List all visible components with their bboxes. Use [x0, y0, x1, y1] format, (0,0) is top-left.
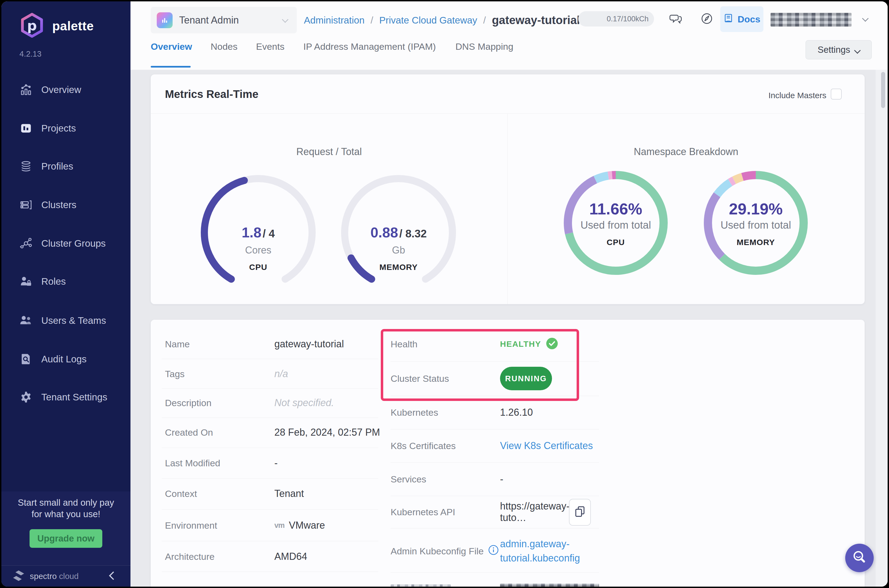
user-menu-chevron-icon[interactable] [863, 16, 868, 22]
detail-row-description: Description Not specified. [165, 391, 381, 415]
sidebar-item-cluster-groups[interactable]: Cluster Groups [2, 224, 131, 262]
include-masters-label: Include Masters [768, 91, 826, 100]
chat-icon[interactable] [669, 12, 683, 26]
memory-namespace-percent: 29.19% [704, 200, 808, 218]
vm-icon: vm [274, 521, 284, 530]
docs-button[interactable]: Docs [720, 6, 763, 32]
svg-text:p: p [27, 18, 37, 34]
memory-namespace-label: MEMORY [704, 238, 808, 247]
detail-row-clipped [390, 578, 599, 586]
memory-gauge-label: MEMORY [341, 262, 456, 272]
tab-ipam[interactable]: IP Address Management (IPAM) [303, 41, 436, 52]
memory-namespace-caption: Used from total [704, 219, 808, 231]
usage-quota-pill: 0.17/100kCh [578, 11, 654, 27]
check-circle-icon [546, 338, 558, 351]
tab-dns-mapping[interactable]: DNS Mapping [455, 41, 514, 52]
clipped-label-redacted [390, 585, 451, 586]
detail-row-name: Name gateway-tutorial [165, 332, 381, 356]
request-total-title: Request / Total [151, 146, 508, 158]
brand: p palette [19, 12, 94, 40]
detail-row-kubernetes-api: Kubernetes API https://gateway-tuto… [390, 500, 599, 524]
divider [390, 361, 599, 362]
breadcrumb-link-private-cloud-gateway[interactable]: Private Cloud Gateway [379, 15, 478, 26]
sidebar-item-tenant-settings[interactable]: Tenant Settings [2, 378, 131, 416]
clipped-value-redacted [500, 584, 599, 586]
upgrade-now-button[interactable]: Upgrade now [30, 529, 102, 548]
tab-events[interactable]: Events [256, 41, 284, 52]
gear-icon [19, 390, 33, 404]
sidebar-item-label: Clusters [41, 200, 76, 210]
app-window: p palette 4.2.13 Overview Pr [2, 2, 887, 586]
promo-text-line2: for what you use! [2, 509, 131, 519]
version-label: 4.2.13 [20, 50, 42, 58]
sidebar-item-clusters[interactable]: Clusters [2, 186, 131, 224]
detail-row-context: Context Tenant [165, 482, 381, 506]
divider [162, 448, 378, 448]
health-status-text: HEALTHY [500, 339, 541, 349]
sidebar-item-label: Overview [41, 84, 81, 95]
detail-row-admin-kubeconfig: Admin Kubeconfig File admin.gateway- tut… [390, 535, 599, 567]
search-fab-button[interactable] [845, 544, 874, 572]
sidebar-item-projects[interactable]: Projects [2, 109, 131, 147]
detail-row-environment: Environment vm VMware [165, 514, 381, 537]
divider [162, 359, 378, 359]
sidebar-item-label: Cluster Groups [41, 238, 105, 249]
clusters-icon [19, 198, 33, 212]
detail-row-last-modified: Last Modified - [165, 451, 381, 475]
network-icon [19, 236, 33, 250]
footer-brand-secondary: cloud [59, 572, 79, 580]
collapse-sidebar-icon[interactable] [110, 573, 116, 580]
sidebar-item-label: Roles [41, 276, 66, 287]
user-name-redacted[interactable] [770, 13, 851, 27]
breadcrumb-link-administration[interactable]: Administration [304, 15, 365, 26]
projects-icon [19, 121, 33, 135]
cpu-namespace-percent: 11.66% [564, 200, 668, 218]
admin-kubeconfig-link[interactable]: admin.gateway- tutorial.kubeconfig [500, 537, 580, 565]
sidebar-item-audit-logs[interactable]: Audit Logs [2, 340, 131, 378]
cpu-namespace-caption: Used from total [564, 219, 668, 231]
scrollbar-thumb[interactable] [881, 72, 885, 108]
settings-button[interactable]: Settings [806, 40, 872, 59]
settings-button-label: Settings [818, 45, 850, 55]
brand-name: palette [52, 19, 94, 33]
cpu-gauge-label: CPU [201, 262, 316, 272]
status-badge: RUNNING [500, 367, 552, 390]
breadcrumb-separator: / [483, 15, 486, 26]
footer-brand-primary: spectro [30, 572, 57, 580]
sidebar: p palette 4.2.13 Overview Pr [2, 2, 131, 586]
sidebar-item-users-teams[interactable]: Users & Teams [2, 302, 131, 340]
divider [390, 496, 599, 496]
include-masters-checkbox[interactable] [831, 88, 842, 99]
sidebar-item-profiles[interactable]: Profiles [2, 147, 131, 185]
page-title: gateway-tutorial [492, 14, 580, 27]
sidebar-item-label: Profiles [41, 161, 73, 172]
compass-icon[interactable] [700, 12, 714, 26]
breadcrumb: Administration / Private Cloud Gateway /… [304, 2, 580, 39]
namespace-breakdown-title: Namespace Breakdown [508, 146, 865, 158]
sidebar-item-overview[interactable]: Overview [2, 70, 131, 109]
detail-row-created-on: Created On 28 Feb, 2024, 02:57 PM [165, 421, 381, 444]
metrics-title: Metrics Real-Time [165, 88, 258, 100]
tab-nodes[interactable]: Nodes [211, 41, 237, 52]
metrics-card: Metrics Real-Time Include Masters Reques… [151, 74, 865, 304]
copy-icon [574, 506, 586, 519]
cluster-details-card: Name gateway-tutorial Tags n/a Descripti… [151, 320, 865, 586]
divider [390, 462, 599, 463]
palette-logo-icon: p [19, 12, 45, 40]
detail-row-services: Services - [390, 467, 599, 491]
tab-overview[interactable]: Overview [151, 41, 192, 52]
info-icon[interactable] [488, 544, 499, 558]
divider [390, 396, 599, 396]
cpu-gauge-value: 1.8 / 4 [201, 224, 316, 241]
bar-chart-icon [19, 82, 33, 97]
copy-button[interactable] [569, 499, 591, 526]
scope-selector[interactable]: Tenant Admin [151, 7, 297, 33]
book-icon [723, 13, 734, 25]
view-k8s-certificates-link[interactable]: View K8s Certificates [500, 440, 593, 452]
breadcrumb-separator: / [371, 15, 373, 26]
scope-selector-label: Tenant Admin [179, 15, 283, 26]
detail-row-kubernetes: Kubernetes 1.26.10 [390, 400, 599, 424]
sidebar-item-roles[interactable]: Roles [2, 262, 131, 301]
scrollbar-track [875, 70, 887, 586]
search-smile-icon [850, 548, 868, 567]
